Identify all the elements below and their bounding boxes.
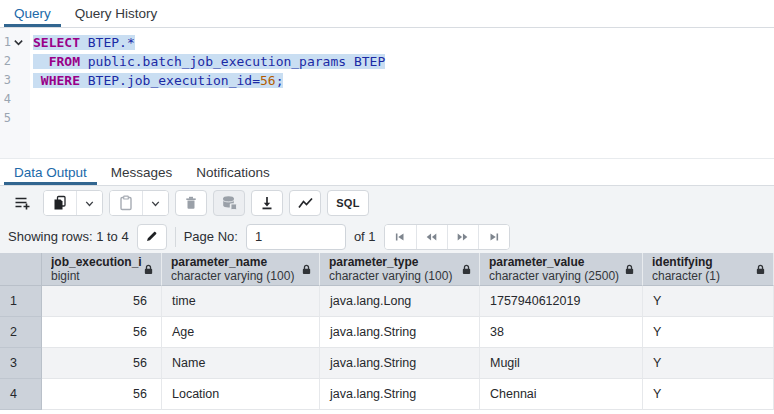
grid-cell[interactable]: Mugil — [480, 348, 643, 379]
column-header-meta: parameter_valuecharacter varying (2500) — [489, 255, 623, 283]
tab-messages[interactable]: Messages — [101, 159, 183, 185]
grid-cell[interactable]: java.lang.String — [320, 317, 480, 348]
grid-cell[interactable]: 38 — [480, 317, 643, 348]
grid-cell[interactable]: Age — [162, 317, 320, 348]
grid-cell[interactable]: 56 — [42, 348, 162, 379]
grid-corner-cell[interactable] — [0, 253, 42, 286]
pencil-icon — [144, 229, 159, 244]
column-name: job_execution_id — [51, 255, 142, 269]
grid-cell[interactable]: 56 — [42, 286, 162, 317]
column-name: parameter_value — [489, 255, 623, 269]
grid-cell[interactable]: 56 — [42, 317, 162, 348]
copy-button[interactable] — [44, 191, 76, 215]
line-number: 3 — [0, 71, 30, 90]
column-header-meta: parameter_namecharacter varying (100) — [171, 255, 300, 283]
code-line: FROM public.batch_job_execution_params B… — [33, 52, 774, 71]
column-header-meta: parameter_typecharacter varying (100) — [329, 255, 460, 283]
page-number-input[interactable] — [246, 224, 346, 250]
code-line: WHERE BTEP.job_execution_id=56; — [33, 71, 774, 90]
paste-button[interactable] — [110, 191, 142, 215]
previous-page-button[interactable] — [416, 225, 447, 249]
copy-options-button[interactable] — [76, 191, 102, 215]
grid-cell[interactable]: 56 — [42, 379, 162, 410]
column-header-meta: job_execution_idbigint — [51, 255, 142, 283]
line-number: 4 — [0, 90, 30, 109]
column-header-parameter_name[interactable]: parameter_namecharacter varying (100) — [162, 253, 320, 286]
grid-cell[interactable]: Name — [162, 348, 320, 379]
grid-cell[interactable]: Location — [162, 379, 320, 410]
add-row-button[interactable] — [8, 190, 37, 216]
grid-cell[interactable]: java.lang.String — [320, 348, 480, 379]
download-icon — [259, 195, 275, 211]
column-type: bigint — [51, 269, 142, 283]
grid-cell[interactable]: java.lang.String — [320, 379, 480, 410]
editor-gutter: 1 2345 — [0, 28, 30, 158]
lock-icon — [460, 263, 473, 276]
show-sql-button[interactable]: SQL — [327, 190, 369, 216]
first-page-button[interactable] — [385, 225, 416, 249]
column-header-parameter_type[interactable]: parameter_typecharacter varying (100) — [320, 253, 480, 286]
row-number-cell[interactable]: 1 — [0, 286, 42, 317]
column-header-parameter_value[interactable]: parameter_valuecharacter varying (2500) — [480, 253, 643, 286]
next-page-icon — [455, 230, 470, 244]
graph-visualiser-icon — [297, 195, 314, 211]
tab-data-output[interactable]: Data Output — [4, 159, 97, 185]
delete-icon — [183, 195, 199, 211]
grid-cell[interactable]: time — [162, 286, 320, 317]
row-number-cell[interactable]: 2 — [0, 317, 42, 348]
column-header-job_execution_id[interactable]: job_execution_idbigint — [42, 253, 162, 286]
next-page-button[interactable] — [447, 225, 478, 249]
save-data-changes-button[interactable] — [213, 190, 245, 216]
row-number-cell[interactable]: 3 — [0, 348, 42, 379]
save-data-changes-icon — [221, 195, 238, 211]
grid-cell[interactable]: java.lang.Long — [320, 286, 480, 317]
results-grid: job_execution_idbigint parameter_namecha… — [0, 253, 774, 414]
copy-icon — [52, 195, 68, 211]
column-header-identifying[interactable]: identifyingcharacter (1) — [643, 253, 774, 286]
query-tabbar: Query Query History — [0, 0, 774, 28]
code-line: SELECT BTEP.* — [33, 33, 774, 52]
data-output-toolbar: SQL — [0, 186, 774, 220]
paste-split-button — [109, 190, 169, 216]
table-row: 356Namejava.lang.StringMugilY — [0, 348, 774, 379]
edit-rows-button[interactable] — [137, 224, 167, 250]
column-name: parameter_name — [171, 255, 300, 269]
add-row-icon — [14, 195, 31, 211]
first-page-icon — [393, 230, 407, 244]
row-number-cell[interactable]: 4 — [0, 379, 42, 410]
lock-icon — [623, 263, 636, 276]
sql-editor[interactable]: 1 2345 SELECT BTEP.* FROM public.batch_j… — [0, 28, 774, 158]
tab-query[interactable]: Query — [4, 0, 61, 27]
prev-page-icon — [424, 230, 439, 244]
graph-visualiser-button[interactable] — [289, 190, 321, 216]
column-type: character (1) — [652, 269, 754, 283]
table-row: 156timejava.lang.Long1757940612019Y — [0, 286, 774, 317]
last-page-button[interactable] — [478, 225, 509, 249]
tab-query-history[interactable]: Query History — [65, 0, 168, 27]
grid-cell[interactable]: Y — [643, 317, 774, 348]
download-results-button[interactable] — [251, 190, 283, 216]
table-row: 456Locationjava.lang.StringChennaiY — [0, 379, 774, 410]
text-selection: SELECT BTEP.* — [33, 35, 135, 50]
fold-chevron-down-icon[interactable] — [13, 37, 24, 48]
grid-cell[interactable]: Y — [643, 286, 774, 317]
query-tool-window: Query Query History 1 2345 SELECT BTEP.*… — [0, 0, 774, 414]
grid-cell[interactable]: Y — [643, 348, 774, 379]
editor-code[interactable]: SELECT BTEP.* FROM public.batch_job_exec… — [30, 28, 774, 158]
tab-notifications[interactable]: Notifications — [186, 159, 280, 185]
paste-options-button[interactable] — [142, 191, 168, 215]
delete-row-button[interactable] — [175, 190, 207, 216]
table-row: 256Agejava.lang.String38Y — [0, 317, 774, 348]
chevron-down-icon — [149, 197, 162, 210]
grid-header-row: job_execution_idbigint parameter_namecha… — [0, 253, 774, 286]
copy-split-button — [43, 190, 103, 216]
column-type: character varying (100) — [171, 269, 300, 283]
line-number: 1 — [0, 33, 30, 52]
lock-icon — [300, 263, 313, 276]
grid-cell[interactable]: Chennai — [480, 379, 643, 410]
grid-body: 156timejava.lang.Long1757940612019Y256Ag… — [0, 286, 774, 410]
text-selection: FROM public.batch_job_execution_params B… — [33, 54, 385, 69]
grid-cell[interactable]: 1757940612019 — [480, 286, 643, 317]
grid-cell[interactable]: Y — [643, 379, 774, 410]
chevron-down-icon — [83, 197, 96, 210]
